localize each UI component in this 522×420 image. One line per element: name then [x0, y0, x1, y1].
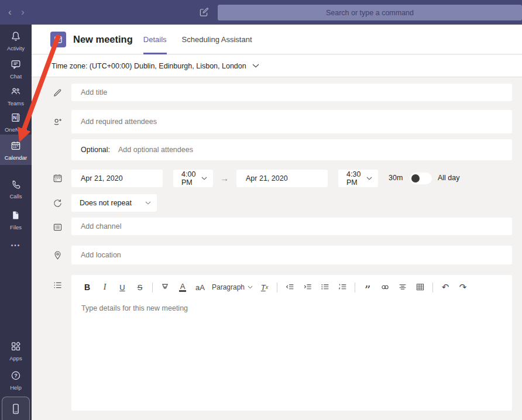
details-placeholder: Type details for this new meeting [81, 304, 188, 312]
numbered-list-icon [337, 282, 348, 292]
toolbar-divider [152, 283, 153, 292]
date-range-arrow-icon: → [220, 173, 229, 183]
app-rail: Activity Chat Teams N [0, 25, 32, 420]
chevron-down-icon [145, 201, 151, 205]
repeat-icon [52, 198, 63, 209]
undo-button[interactable]: ↶ [438, 280, 453, 295]
mobile-app-button[interactable] [2, 397, 30, 420]
sidebar-item-calls[interactable]: Calls [0, 178, 32, 199]
tab-details[interactable]: Details [143, 25, 167, 54]
agenda-list-icon [52, 280, 63, 291]
sidebar-item-calendar[interactable]: Calendar [0, 135, 32, 165]
file-icon [10, 209, 22, 221]
strikethrough-button[interactable]: S [132, 280, 147, 295]
back-chevron-icon[interactable]: ‹ [8, 5, 12, 19]
pencil-icon [52, 87, 63, 98]
clear-format-t: T [261, 283, 266, 292]
sidebar-item-label: Calls [0, 193, 32, 199]
sidebar-item-files[interactable]: Files [0, 209, 32, 230]
compose-icon[interactable] [198, 6, 210, 18]
end-date-input[interactable] [236, 170, 328, 187]
tab-bar: Details Scheduling Assistant [143, 25, 252, 54]
sidebar-item-label: Activity [0, 45, 32, 51]
bold-button[interactable]: B [80, 280, 95, 295]
more-apps-ellipsis[interactable]: ••• [0, 242, 32, 249]
onenote-n-glyph: N [13, 115, 16, 121]
sidebar-item-help[interactable]: ? Help [0, 370, 32, 391]
redo-button[interactable]: ↷ [455, 280, 471, 295]
location-input[interactable] [71, 246, 512, 264]
highlight-button[interactable] [157, 280, 173, 295]
all-day-toggle[interactable] [410, 173, 432, 184]
paragraph-style-dropdown[interactable]: Paragraph [210, 280, 255, 295]
start-date-input[interactable] [71, 170, 163, 187]
quote-button[interactable]: ” [360, 280, 375, 295]
repeat-value: Does not repeat [80, 199, 145, 207]
indent-button[interactable] [300, 280, 315, 295]
sidebar-item-apps[interactable]: Apps [0, 340, 32, 362]
calendar-icon [10, 140, 22, 152]
sidebar-item-onenote[interactable]: N OneNote [0, 112, 32, 133]
end-time-value: 4:30 PM [346, 170, 366, 187]
add-person-icon [52, 116, 63, 128]
channel-field-box [71, 218, 512, 235]
teams-people-icon [10, 85, 22, 97]
location-field-box [71, 246, 512, 264]
channel-input[interactable] [71, 218, 512, 235]
numbered-list-button[interactable] [335, 280, 350, 295]
italic-button[interactable]: I [97, 280, 112, 295]
horizontal-lines-icon [397, 282, 408, 292]
horizontal-rule-button[interactable] [395, 280, 410, 295]
optional-attendees-input[interactable]: Add optional attendees [118, 146, 193, 154]
font-color-button[interactable]: A [179, 283, 187, 292]
sidebar-item-label: Apps [0, 355, 32, 362]
meeting-header: New meeting Details Scheduling Assistant [32, 25, 522, 54]
sidebar-item-teams[interactable]: Teams [0, 85, 32, 106]
font-size-button[interactable]: aA [193, 280, 208, 295]
meeting-details-editor[interactable]: B I U S A aA Paragraph Tx [71, 275, 512, 411]
chevron-down-icon [248, 285, 253, 289]
duration-label: 30m [389, 174, 403, 182]
sidebar-item-label: Help [0, 384, 32, 391]
sidebar-item-label: Teams [0, 100, 32, 106]
meeting-title-input[interactable] [71, 84, 512, 101]
sidebar-item-activity[interactable]: Activity [0, 30, 32, 51]
apps-grid-icon [10, 340, 22, 352]
link-icon [380, 282, 390, 292]
required-attendees-input[interactable] [71, 110, 512, 133]
toolbar-divider [355, 283, 355, 292]
underline-button[interactable]: U [115, 280, 130, 295]
end-time-dropdown[interactable]: 4:30 PM [338, 170, 378, 187]
phone-handset-icon [10, 178, 22, 190]
mobile-device-icon [9, 402, 22, 416]
start-time-dropdown[interactable]: 4:00 PM [173, 170, 213, 187]
indent-icon [302, 282, 312, 292]
repeat-dropdown[interactable]: Does not repeat [71, 194, 157, 212]
end-date-box [236, 170, 328, 187]
calendar-glyph-icon [53, 35, 63, 44]
start-time-value: 4:00 PM [181, 170, 201, 187]
date-calendar-icon [52, 173, 63, 184]
bullet-list-button[interactable] [317, 280, 332, 295]
clear-formatting-button[interactable]: Tx [257, 280, 272, 295]
forward-chevron-icon[interactable]: › [21, 5, 25, 19]
highlighter-icon [160, 282, 170, 292]
location-pin-icon [52, 250, 63, 261]
chevron-down-icon [366, 177, 372, 180]
chevron-down-icon [201, 177, 207, 180]
timezone-label: Time zone: (UTC+00:00) Dublin, Edinburgh… [51, 62, 246, 70]
chevron-down-icon [252, 64, 259, 68]
sidebar-item-chat[interactable]: Chat [0, 58, 32, 80]
tab-scheduling-assistant[interactable]: Scheduling Assistant [182, 25, 252, 54]
search-input[interactable] [218, 5, 522, 20]
insert-link-button[interactable] [377, 280, 393, 295]
channel-icon [52, 222, 63, 233]
insert-table-button[interactable] [413, 280, 428, 295]
outdent-button[interactable] [282, 280, 297, 295]
bullet-list-icon [320, 282, 330, 292]
sidebar-item-label: OneNote [0, 126, 32, 133]
help-question-icon: ? [10, 370, 22, 381]
formatting-toolbar: B I U S A aA Paragraph Tx [71, 275, 512, 297]
toggle-knob [411, 174, 420, 183]
timezone-selector[interactable]: Time zone: (UTC+00:00) Dublin, Edinburgh… [32, 55, 522, 77]
